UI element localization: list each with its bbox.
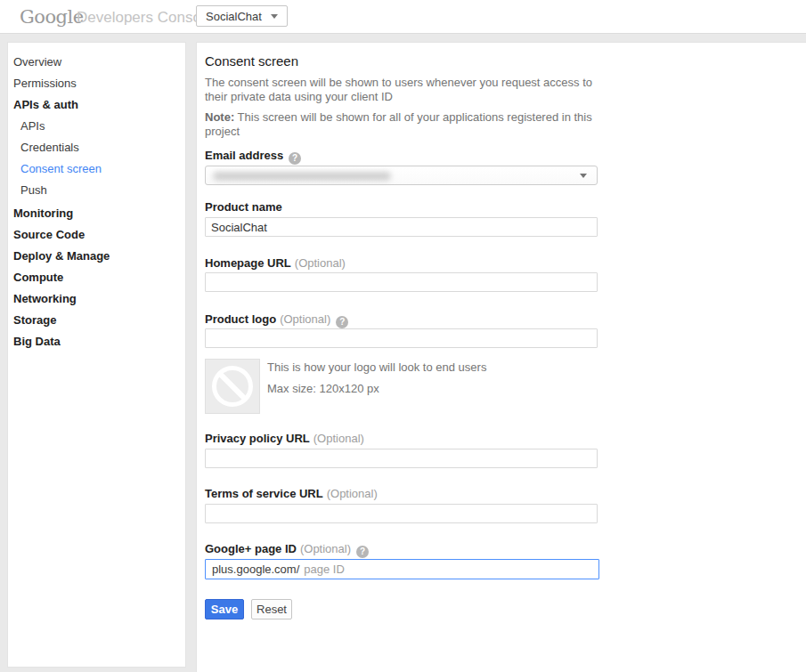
homepage-url-input[interactable] bbox=[205, 272, 598, 292]
sidebar-item-credentials[interactable]: Credentials bbox=[8, 137, 185, 158]
email-address-label-text: Email address bbox=[205, 149, 283, 162]
sidebar-item-permissions[interactable]: Permissions bbox=[8, 73, 185, 94]
sidebar-item-overview[interactable]: Overview bbox=[8, 52, 185, 73]
terms-of-service-url-input[interactable] bbox=[205, 504, 598, 523]
terms-of-service-url-label: Terms of service URL(Optional) bbox=[205, 487, 378, 499]
gplus-page-id-input[interactable] bbox=[304, 561, 592, 578]
privacy-policy-url-label: Privacy policy URL(Optional) bbox=[205, 432, 364, 444]
optional-tag: (Optional) bbox=[327, 487, 378, 500]
homepage-url-label: Homepage URL(Optional) bbox=[205, 256, 346, 269]
optional-tag: (Optional) bbox=[280, 312, 330, 326]
privacy-policy-url-input[interactable] bbox=[205, 449, 598, 468]
sidebar-item-networking[interactable]: Networking bbox=[8, 288, 185, 310]
google-logo: Google bbox=[20, 6, 84, 28]
product-logo-label: Product logo(Optional)? bbox=[205, 312, 348, 325]
sidebar-item-apis[interactable]: APIs bbox=[8, 116, 185, 137]
sidebar-item-apis-auth[interactable]: APIs & auth bbox=[8, 94, 185, 116]
reset-button[interactable]: Reset bbox=[251, 599, 292, 619]
main-panel: Consent screen The consent screen will b… bbox=[196, 42, 806, 672]
gplus-url-prefix: plus.google.com/ bbox=[212, 563, 299, 576]
sidebar-item-storage[interactable]: Storage bbox=[8, 310, 185, 331]
sidebar-item-push[interactable]: Push bbox=[8, 180, 185, 201]
developers-console-label: Developers Console bbox=[77, 9, 213, 27]
chevron-down-icon bbox=[580, 174, 587, 178]
gplus-page-id-label-text: Google+ page ID bbox=[205, 542, 297, 555]
optional-tag: (Optional) bbox=[300, 542, 351, 555]
help-icon[interactable]: ? bbox=[356, 546, 369, 558]
optional-tag: (Optional) bbox=[313, 432, 364, 445]
project-selector-label: SocialChat bbox=[206, 10, 262, 23]
gplus-page-id-inputbox: plus.google.com/ bbox=[205, 559, 599, 579]
product-logo-input[interactable] bbox=[205, 328, 598, 348]
sidebar-item-deploy-manage[interactable]: Deploy & Manage bbox=[8, 246, 185, 267]
logo-preview-box bbox=[205, 359, 260, 414]
consent-description: The consent screen will be shown to user… bbox=[205, 76, 615, 104]
logo-preview-caption: This is how your logo will look to end u… bbox=[267, 360, 486, 374]
note-text: This screen will be shown for all of you… bbox=[205, 110, 592, 138]
no-logo-icon bbox=[212, 366, 253, 407]
product-name-input[interactable] bbox=[205, 217, 598, 237]
sidebar-item-consent-screen[interactable]: Consent screen bbox=[8, 158, 185, 180]
sidebar-nav: Overview Permissions APIs & auth APIs Cr… bbox=[8, 43, 185, 352]
help-icon[interactable]: ? bbox=[336, 316, 348, 328]
email-address-redacted-value bbox=[213, 172, 391, 181]
sidebar: Overview Permissions APIs & auth APIs Cr… bbox=[7, 42, 186, 668]
chevron-down-icon bbox=[271, 14, 278, 19]
privacy-policy-url-label-text: Privacy policy URL bbox=[205, 432, 310, 445]
homepage-url-label-text: Homepage URL bbox=[205, 256, 291, 270]
sidebar-item-big-data[interactable]: Big Data bbox=[8, 331, 185, 352]
consent-note: Note: This screen will be shown for all … bbox=[205, 110, 615, 139]
product-logo-label-text: Product logo bbox=[205, 312, 276, 326]
gplus-page-id-label: Google+ page ID(Optional)? bbox=[205, 542, 369, 555]
sidebar-item-monitoring[interactable]: Monitoring bbox=[8, 203, 185, 224]
page-title: Consent screen bbox=[205, 53, 298, 69]
project-selector[interactable]: SocialChat bbox=[196, 5, 288, 27]
sidebar-item-compute[interactable]: Compute bbox=[8, 267, 185, 288]
note-label: Note: bbox=[205, 110, 234, 124]
sidebar-item-source-code[interactable]: Source Code bbox=[8, 224, 185, 246]
save-button[interactable]: Save bbox=[205, 599, 244, 619]
product-name-label: Product name bbox=[205, 200, 282, 213]
logo-max-size-caption: Max size: 120x120 px bbox=[267, 382, 379, 395]
email-address-label: Email address? bbox=[205, 149, 301, 161]
email-address-select[interactable] bbox=[205, 166, 598, 185]
app-header: Google Developers Console SocialChat bbox=[0, 0, 806, 34]
help-icon[interactable]: ? bbox=[289, 152, 301, 165]
optional-tag: (Optional) bbox=[295, 256, 346, 270]
terms-of-service-url-label-text: Terms of service URL bbox=[205, 487, 323, 500]
